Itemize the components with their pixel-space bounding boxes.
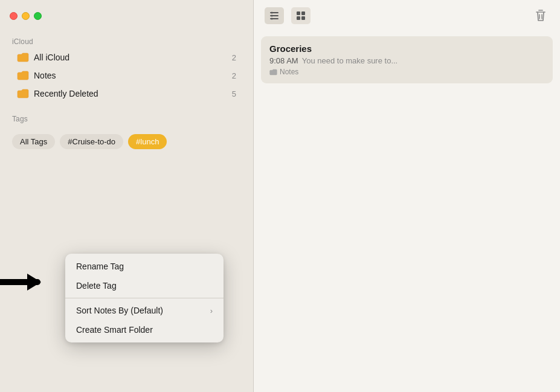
all-icloud-count: 2 — [232, 53, 236, 62]
notes-list: Groceries 9:08 AM You need to make sure … — [254, 31, 560, 392]
delete-button[interactable] — [532, 7, 549, 24]
titlebar — [0, 0, 253, 31]
list-view-button[interactable] — [265, 7, 284, 24]
context-menu-rename-tag[interactable]: Rename Tag — [65, 257, 224, 276]
note-folder-name: Notes — [280, 68, 298, 76]
arrow-indicator — [0, 269, 48, 298]
tags-section-label: Tags — [0, 109, 253, 126]
tag-lunch[interactable]: #lunch — [128, 134, 167, 149]
svg-rect-7 — [301, 11, 305, 15]
traffic-lights — [10, 12, 42, 20]
notes-count: 2 — [232, 71, 236, 80]
notes-label: Notes — [34, 71, 227, 80]
sidebar-item-all-icloud[interactable]: All iCloud 2 — [5, 49, 248, 66]
context-menu: Rename Tag Delete Tag Sort Notes By (Def… — [65, 254, 224, 342]
svg-point-5 — [271, 18, 273, 20]
tag-all-tags[interactable]: All Tags — [12, 134, 55, 149]
grid-view-button[interactable] — [291, 7, 311, 24]
main-toolbar — [254, 0, 560, 31]
sidebar: iCloud All iCloud 2 Notes 2 Recently Del… — [0, 0, 254, 392]
svg-rect-9 — [301, 16, 305, 20]
context-menu-sort-notes[interactable]: Sort Notes By (Default) › — [65, 301, 224, 320]
folder-icon — [17, 53, 29, 62]
svg-point-4 — [271, 15, 273, 17]
note-title: Groceries — [269, 43, 544, 54]
context-menu-delete-tag[interactable]: Delete Tag — [65, 276, 224, 295]
sidebar-item-notes[interactable]: Notes 2 — [5, 67, 248, 84]
all-icloud-label: All iCloud — [34, 53, 227, 62]
sidebar-item-recently-deleted[interactable]: Recently Deleted 5 — [5, 85, 248, 102]
context-menu-divider — [65, 298, 224, 298]
minimize-button[interactable] — [22, 12, 30, 20]
svg-rect-8 — [297, 16, 300, 20]
toolbar-left — [265, 7, 311, 24]
main-panel: Groceries 9:08 AM You need to make sure … — [254, 0, 560, 392]
tag-cruise-to-do[interactable]: #Cruise-to-do — [60, 134, 123, 149]
folder-icon — [17, 89, 29, 98]
svg-rect-6 — [297, 11, 300, 15]
context-menu-create-smart-folder[interactable]: Create Smart Folder — [65, 320, 224, 339]
icloud-section-label: iCloud — [0, 31, 253, 48]
close-button[interactable] — [10, 12, 18, 20]
note-time: 9:08 AM — [269, 56, 298, 65]
recently-deleted-count: 5 — [232, 89, 236, 98]
chevron-right-icon: › — [210, 306, 213, 315]
note-card-groceries[interactable]: Groceries 9:08 AM You need to make sure … — [261, 36, 553, 83]
tags-section: All Tags #Cruise-to-do #lunch — [0, 126, 253, 154]
note-folder: Notes — [269, 68, 544, 76]
note-meta: 9:08 AM You need to make sure to... — [269, 56, 544, 65]
recently-deleted-label: Recently Deleted — [34, 89, 227, 98]
fullscreen-button[interactable] — [34, 12, 42, 20]
folder-icon — [17, 71, 29, 80]
svg-point-3 — [271, 12, 273, 14]
note-preview: You need to make sure to... — [302, 56, 398, 65]
